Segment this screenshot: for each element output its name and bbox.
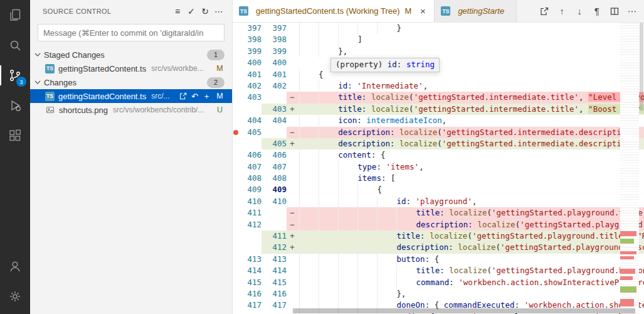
code-text[interactable]: description: localize('gettingStarted.pl…	[298, 242, 644, 253]
modified-line-number[interactable]: 402	[261, 80, 287, 92]
refresh-button[interactable]: ↻	[198, 4, 212, 18]
view-and-sort-button[interactable]: ≡	[171, 4, 184, 18]
modified-line-number[interactable]	[261, 207, 287, 219]
code-line[interactable]: 411−title: localize('gettingStarted.play…	[233, 207, 644, 219]
code-line[interactable]: 412+description: localize('gettingStarte…	[233, 242, 644, 253]
original-line-number[interactable]	[239, 138, 261, 149]
glyph-margin[interactable]	[233, 34, 239, 45]
code-line[interactable]: 410410id: 'playground',	[233, 196, 644, 207]
more-actions-button[interactable]: ⋯	[212, 4, 226, 18]
original-line-number[interactable]: 415	[239, 277, 261, 288]
original-line-number[interactable]: 412	[239, 219, 261, 230]
original-line-number[interactable]: 410	[239, 196, 261, 207]
modified-line-number[interactable]	[261, 92, 287, 103]
glyph-margin[interactable]	[233, 207, 239, 219]
split-editor-button[interactable]	[608, 4, 621, 18]
glyph-margin[interactable]	[233, 184, 239, 195]
glyph-margin[interactable]	[233, 242, 239, 253]
modified-line-number[interactable]	[261, 127, 287, 138]
modified-line-number[interactable]: 405	[261, 138, 287, 149]
code-text[interactable]: title: localize('gettingStarted.intermed…	[298, 104, 644, 115]
modified-line-number[interactable]: 399	[261, 46, 287, 57]
code-text[interactable]: id: 'playground',	[298, 196, 644, 207]
horizontal-scrollbar-thumb[interactable]	[293, 308, 635, 313]
original-line-number[interactable]: 397	[239, 23, 261, 34]
code-text[interactable]: id: 'Intermediate',	[298, 80, 644, 92]
open-file-button[interactable]	[177, 90, 189, 102]
glyph-margin[interactable]	[233, 196, 239, 207]
editor-tab[interactable]: TSgettingStartedContent.ts (Working Tree…	[233, 0, 435, 22]
code-text[interactable]: description: localize('gettingStarted.pl…	[298, 219, 644, 230]
original-line-number[interactable]: 417	[239, 300, 261, 311]
activity-explorer-button[interactable]	[0, 0, 30, 30]
original-line-number[interactable]: 407	[239, 161, 261, 173]
code-text[interactable]: command: 'workbench.action.showInteracti…	[298, 277, 644, 288]
code-line[interactable]: 409409{	[233, 184, 644, 195]
glyph-margin[interactable]	[233, 46, 239, 57]
glyph-margin[interactable]	[233, 80, 239, 92]
vertical-scrollbar[interactable]	[639, 23, 644, 314]
code-line[interactable]: 397397}	[233, 23, 644, 34]
code-text[interactable]: {	[298, 184, 644, 195]
modified-line-number[interactable]: 403	[261, 104, 287, 115]
modified-line-number[interactable]: 411	[261, 230, 287, 242]
code-line[interactable]: 416416},	[233, 288, 644, 300]
next-change-button[interactable]: ↓	[573, 4, 586, 18]
glyph-margin[interactable]	[233, 161, 239, 173]
code-text[interactable]: type: 'items',	[298, 161, 644, 173]
commit-button[interactable]: ✓	[184, 4, 198, 18]
code-line[interactable]: 404404icon: intermediateIcon,	[233, 115, 644, 126]
code-line[interactable]: 398398]	[233, 34, 644, 45]
scm-file-row[interactable]: TSgettingStartedContent.tssrc/vs/workbe.…	[30, 62, 232, 75]
glyph-margin[interactable]	[233, 127, 239, 138]
code-text[interactable]: description: localize('gettingStarted.in…	[298, 127, 644, 138]
code-text[interactable]: content: {	[298, 149, 644, 161]
original-line-number[interactable]	[239, 242, 261, 253]
activity-search-button[interactable]	[0, 30, 30, 60]
original-line-number[interactable]: 408	[239, 173, 261, 184]
glyph-margin[interactable]	[233, 69, 239, 80]
discard-changes-button[interactable]: ↶	[189, 90, 201, 102]
code-text[interactable]: ]	[298, 34, 644, 45]
modified-line-number[interactable]: 408	[261, 173, 287, 184]
modified-line-number[interactable]	[261, 219, 287, 230]
modified-line-number[interactable]: 414	[261, 265, 287, 276]
activity-source-control-button[interactable]: 3	[0, 60, 30, 90]
glyph-margin[interactable]	[233, 57, 239, 68]
activity-run-debug-button[interactable]	[0, 90, 30, 121]
original-line-number[interactable]: 398	[239, 34, 261, 45]
original-line-number[interactable]: 409	[239, 184, 261, 195]
modified-line-number[interactable]: 410	[261, 196, 287, 207]
modified-line-number[interactable]: 409	[261, 184, 287, 195]
code-text[interactable]: }	[298, 23, 644, 34]
original-line-number[interactable]	[239, 230, 261, 242]
modified-line-number[interactable]: 415	[261, 277, 287, 288]
original-line-number[interactable]: 406	[239, 149, 261, 161]
glyph-margin[interactable]	[233, 104, 239, 115]
code-line[interactable]: 407407type: 'items',	[233, 161, 644, 173]
original-line-number[interactable]: 411	[239, 207, 261, 219]
code-text[interactable]: title: localize('gettingStarted.playgrou…	[298, 265, 644, 276]
glyph-margin[interactable]	[233, 115, 239, 126]
modified-line-number[interactable]: 406	[261, 149, 287, 161]
glyph-margin[interactable]	[233, 219, 239, 230]
modified-line-number[interactable]: 413	[261, 254, 287, 265]
commit-message-input[interactable]	[38, 24, 224, 41]
code-text[interactable]: icon: intermediateIcon,	[298, 115, 644, 126]
activity-settings-button[interactable]	[0, 281, 30, 311]
glyph-margin[interactable]	[233, 92, 239, 103]
vertical-scrollbar-thumb[interactable]	[640, 23, 643, 111]
modified-line-number[interactable]: 407	[261, 161, 287, 173]
original-line-number[interactable]: 405	[239, 127, 261, 138]
modified-line-number[interactable]: 401	[261, 69, 287, 80]
original-line-number[interactable]: 416	[239, 288, 261, 300]
glyph-margin[interactable]	[233, 311, 239, 314]
modified-line-number[interactable]: 418	[261, 311, 287, 314]
tab-close-icon[interactable]: ×	[418, 6, 428, 16]
code-line[interactable]: 415415command: 'workbench.action.showInt…	[233, 277, 644, 288]
code-line[interactable]: 402402id: 'Intermediate',	[233, 80, 644, 92]
code-line[interactable]: 403−title: localize('gettingStarted.inte…	[233, 92, 644, 103]
original-line-number[interactable]: 401	[239, 69, 261, 80]
glyph-margin[interactable]	[233, 173, 239, 184]
code-text[interactable]: description: localize('gettingStarted.in…	[298, 138, 644, 149]
